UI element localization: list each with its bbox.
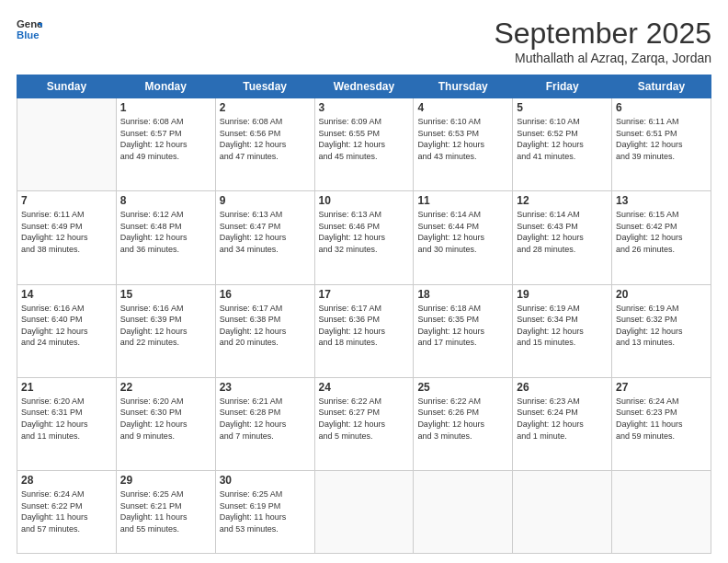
day-number: 15 <box>120 288 211 301</box>
day-number: 17 <box>319 288 410 301</box>
day-info: Sunrise: 6:12 AM Sunset: 6:48 PM Dayligh… <box>120 209 211 255</box>
svg-text:Blue: Blue <box>17 29 40 40</box>
day-number: 3 <box>319 101 410 114</box>
logo-icon: General Blue <box>17 17 42 42</box>
table-row: 3Sunrise: 6:09 AM Sunset: 6:55 PM Daylig… <box>314 98 414 191</box>
table-row: 19Sunrise: 6:19 AM Sunset: 6:34 PM Dayli… <box>513 284 612 377</box>
table-row: 28Sunrise: 6:24 AM Sunset: 6:22 PM Dayli… <box>17 471 117 554</box>
day-info: Sunrise: 6:17 AM Sunset: 6:38 PM Dayligh… <box>220 303 311 349</box>
table-row: 15Sunrise: 6:16 AM Sunset: 6:39 PM Dayli… <box>116 284 215 377</box>
table-row: 27Sunrise: 6:24 AM Sunset: 6:23 PM Dayli… <box>612 377 711 470</box>
day-number: 26 <box>517 381 608 394</box>
table-row: 29Sunrise: 6:25 AM Sunset: 6:21 PM Dayli… <box>116 471 215 554</box>
table-row: 16Sunrise: 6:17 AM Sunset: 6:38 PM Dayli… <box>215 284 314 377</box>
day-info: Sunrise: 6:19 AM Sunset: 6:32 PM Dayligh… <box>616 303 707 349</box>
title-block: September 2025 Muthallath al Azraq, Zarq… <box>494 17 711 65</box>
day-info: Sunrise: 6:09 AM Sunset: 6:55 PM Dayligh… <box>319 116 410 162</box>
day-number: 29 <box>120 474 211 487</box>
day-number: 8 <box>120 194 211 207</box>
day-info: Sunrise: 6:25 AM Sunset: 6:19 PM Dayligh… <box>220 488 311 534</box>
day-info: Sunrise: 6:18 AM Sunset: 6:35 PM Dayligh… <box>417 303 508 349</box>
table-row: 18Sunrise: 6:18 AM Sunset: 6:35 PM Dayli… <box>414 284 513 377</box>
day-number: 16 <box>220 288 311 301</box>
table-row: 5Sunrise: 6:10 AM Sunset: 6:52 PM Daylig… <box>513 98 612 191</box>
day-number: 28 <box>21 474 112 487</box>
day-info: Sunrise: 6:19 AM Sunset: 6:34 PM Dayligh… <box>517 303 608 349</box>
table-row <box>513 471 612 554</box>
day-number: 25 <box>417 381 508 394</box>
location: Muthallath al Azraq, Zarqa, Jordan <box>494 51 711 65</box>
table-row: 30Sunrise: 6:25 AM Sunset: 6:19 PM Dayli… <box>215 471 314 554</box>
table-row: 13Sunrise: 6:15 AM Sunset: 6:42 PM Dayli… <box>612 191 711 284</box>
day-info: Sunrise: 6:13 AM Sunset: 6:46 PM Dayligh… <box>319 209 410 255</box>
header: General Blue September 2025 Muthallath a… <box>17 17 711 65</box>
table-row: 7Sunrise: 6:11 AM Sunset: 6:49 PM Daylig… <box>17 191 117 284</box>
table-row: 20Sunrise: 6:19 AM Sunset: 6:32 PM Dayli… <box>612 284 711 377</box>
day-info: Sunrise: 6:24 AM Sunset: 6:22 PM Dayligh… <box>21 488 112 534</box>
calendar-table: Sunday Monday Tuesday Wednesday Thursday… <box>17 75 711 554</box>
day-number: 13 <box>616 194 707 207</box>
day-number: 6 <box>616 101 707 114</box>
day-info: Sunrise: 6:21 AM Sunset: 6:28 PM Dayligh… <box>220 396 311 442</box>
table-row <box>17 98 117 191</box>
day-info: Sunrise: 6:22 AM Sunset: 6:27 PM Dayligh… <box>319 396 410 442</box>
table-row: 8Sunrise: 6:12 AM Sunset: 6:48 PM Daylig… <box>116 191 215 284</box>
table-row: 21Sunrise: 6:20 AM Sunset: 6:31 PM Dayli… <box>17 377 117 470</box>
day-number: 12 <box>517 194 608 207</box>
day-info: Sunrise: 6:08 AM Sunset: 6:57 PM Dayligh… <box>120 116 211 162</box>
day-info: Sunrise: 6:14 AM Sunset: 6:43 PM Dayligh… <box>517 209 608 255</box>
table-row <box>314 471 414 554</box>
table-row <box>612 471 711 554</box>
day-info: Sunrise: 6:13 AM Sunset: 6:47 PM Dayligh… <box>220 209 311 255</box>
table-row: 14Sunrise: 6:16 AM Sunset: 6:40 PM Dayli… <box>17 284 117 377</box>
day-info: Sunrise: 6:17 AM Sunset: 6:36 PM Dayligh… <box>319 303 410 349</box>
day-number: 10 <box>319 194 410 207</box>
day-number: 24 <box>319 381 410 394</box>
table-row: 9Sunrise: 6:13 AM Sunset: 6:47 PM Daylig… <box>215 191 314 284</box>
day-info: Sunrise: 6:24 AM Sunset: 6:23 PM Dayligh… <box>616 396 707 442</box>
month-title: September 2025 <box>494 17 711 51</box>
day-info: Sunrise: 6:11 AM Sunset: 6:49 PM Dayligh… <box>21 209 112 255</box>
day-info: Sunrise: 6:14 AM Sunset: 6:44 PM Dayligh… <box>417 209 508 255</box>
day-number: 4 <box>417 101 508 114</box>
calendar-header-row: Sunday Monday Tuesday Wednesday Thursday… <box>17 75 711 98</box>
table-row: 24Sunrise: 6:22 AM Sunset: 6:27 PM Dayli… <box>314 377 414 470</box>
table-row: 2Sunrise: 6:08 AM Sunset: 6:56 PM Daylig… <box>215 98 314 191</box>
day-info: Sunrise: 6:15 AM Sunset: 6:42 PM Dayligh… <box>616 209 707 255</box>
table-row: 4Sunrise: 6:10 AM Sunset: 6:53 PM Daylig… <box>414 98 513 191</box>
table-row: 17Sunrise: 6:17 AM Sunset: 6:36 PM Dayli… <box>314 284 414 377</box>
table-row: 6Sunrise: 6:11 AM Sunset: 6:51 PM Daylig… <box>612 98 711 191</box>
col-wednesday: Wednesday <box>314 75 414 98</box>
day-number: 1 <box>120 101 211 114</box>
day-number: 22 <box>120 381 211 394</box>
col-sunday: Sunday <box>17 75 117 98</box>
page: General Blue September 2025 Muthallath a… <box>0 0 728 563</box>
table-row: 23Sunrise: 6:21 AM Sunset: 6:28 PM Dayli… <box>215 377 314 470</box>
day-info: Sunrise: 6:16 AM Sunset: 6:39 PM Dayligh… <box>120 303 211 349</box>
day-info: Sunrise: 6:22 AM Sunset: 6:26 PM Dayligh… <box>417 396 508 442</box>
table-row: 12Sunrise: 6:14 AM Sunset: 6:43 PM Dayli… <box>513 191 612 284</box>
day-info: Sunrise: 6:08 AM Sunset: 6:56 PM Dayligh… <box>220 116 311 162</box>
day-info: Sunrise: 6:20 AM Sunset: 6:30 PM Dayligh… <box>120 396 211 442</box>
day-info: Sunrise: 6:11 AM Sunset: 6:51 PM Dayligh… <box>616 116 707 162</box>
day-number: 27 <box>616 381 707 394</box>
day-number: 9 <box>220 194 311 207</box>
day-info: Sunrise: 6:10 AM Sunset: 6:53 PM Dayligh… <box>417 116 508 162</box>
day-number: 5 <box>517 101 608 114</box>
table-row: 26Sunrise: 6:23 AM Sunset: 6:24 PM Dayli… <box>513 377 612 470</box>
day-number: 20 <box>616 288 707 301</box>
table-row: 11Sunrise: 6:14 AM Sunset: 6:44 PM Dayli… <box>414 191 513 284</box>
day-number: 23 <box>220 381 311 394</box>
day-number: 7 <box>21 194 112 207</box>
table-row: 25Sunrise: 6:22 AM Sunset: 6:26 PM Dayli… <box>414 377 513 470</box>
day-number: 21 <box>21 381 112 394</box>
col-tuesday: Tuesday <box>215 75 314 98</box>
svg-text:General: General <box>17 18 42 29</box>
col-thursday: Thursday <box>414 75 513 98</box>
day-number: 2 <box>220 101 311 114</box>
day-info: Sunrise: 6:25 AM Sunset: 6:21 PM Dayligh… <box>120 488 211 534</box>
day-number: 18 <box>417 288 508 301</box>
table-row <box>414 471 513 554</box>
day-number: 11 <box>417 194 508 207</box>
table-row: 10Sunrise: 6:13 AM Sunset: 6:46 PM Dayli… <box>314 191 414 284</box>
